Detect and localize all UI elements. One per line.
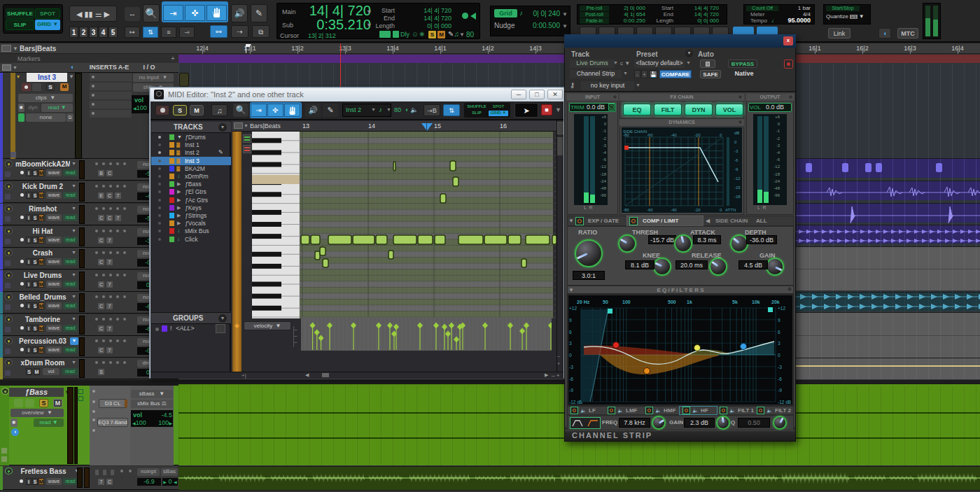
svg-text:-18: -18 bbox=[734, 195, 741, 199]
svg-text:-40: -40 bbox=[671, 133, 677, 137]
svg-text:0: 0 bbox=[778, 353, 780, 358]
svg-text:-6: -6 bbox=[734, 158, 738, 162]
svg-text:-9: -9 bbox=[569, 388, 573, 393]
svg-text:10k: 10k bbox=[752, 300, 760, 304]
svg-text:3: 3 bbox=[569, 341, 572, 346]
svg-text:-12: -12 bbox=[734, 176, 741, 181]
svg-text:-80: -80 bbox=[623, 208, 629, 212]
svg-text:-3: -3 bbox=[778, 365, 782, 370]
svg-text:-20: -20 bbox=[694, 208, 701, 212]
svg-text:-12 dB: -12 dB bbox=[569, 400, 582, 405]
svg-text:-12 dB: -12 dB bbox=[778, 400, 791, 405]
svg-text:-60: -60 bbox=[647, 208, 653, 212]
svg-text:-15: -15 bbox=[734, 185, 741, 190]
svg-text:-9: -9 bbox=[778, 388, 782, 393]
svg-text:5k: 5k bbox=[732, 300, 738, 304]
svg-text:20k: 20k bbox=[771, 300, 780, 304]
svg-text:6: 6 bbox=[778, 330, 780, 335]
svg-text:100: 100 bbox=[622, 300, 631, 304]
svg-text:-20: -20 bbox=[694, 133, 701, 137]
svg-text:-3: -3 bbox=[569, 365, 573, 370]
svg-text:0: 0 bbox=[569, 353, 572, 358]
svg-text:+12: +12 bbox=[778, 306, 785, 311]
svg-text:20 Hz: 20 Hz bbox=[577, 300, 590, 304]
svg-text:50: 50 bbox=[603, 300, 608, 304]
svg-text:dB: dB bbox=[734, 131, 739, 135]
svg-text:-3: -3 bbox=[734, 149, 738, 153]
svg-text:500: 500 bbox=[668, 300, 676, 304]
svg-text:-60: -60 bbox=[647, 133, 653, 137]
svg-text:1k: 1k bbox=[687, 300, 692, 304]
svg-text:+12: +12 bbox=[569, 306, 577, 311]
svg-text:-40: -40 bbox=[671, 208, 677, 212]
svg-text:9: 9 bbox=[569, 318, 572, 323]
svg-text:3: 3 bbox=[778, 341, 780, 346]
svg-text:-6: -6 bbox=[778, 377, 782, 381]
svg-text:-80: -80 bbox=[623, 133, 629, 137]
svg-text:6: 6 bbox=[569, 330, 572, 335]
svg-text:9: 9 bbox=[778, 318, 780, 323]
svg-text:ATTN: ATTN bbox=[725, 208, 736, 212]
svg-text:-6: -6 bbox=[569, 377, 573, 381]
svg-text:-9: -9 bbox=[734, 167, 738, 171]
